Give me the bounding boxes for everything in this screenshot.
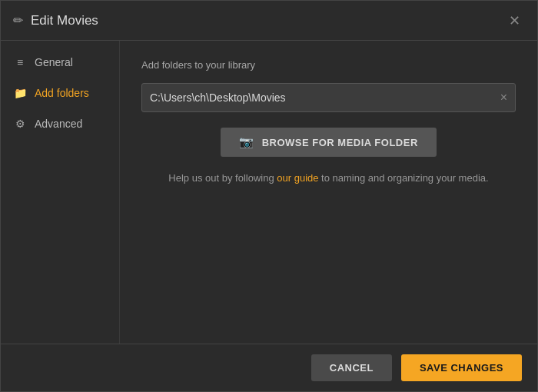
folder-input-row: ×	[141, 83, 516, 112]
browse-media-folder-button[interactable]: 📷 BROWSE FOR MEDIA FOLDER	[221, 128, 437, 157]
sidebar-item-add-folders[interactable]: 📁 Add folders	[1, 78, 119, 108]
sidebar: ≡ General 📁 Add folders ⚙ Advanced	[1, 41, 120, 344]
titlebar-left: ✏ Edit Movies	[13, 13, 98, 28]
close-button[interactable]: ✕	[504, 12, 525, 29]
dialog-title: Edit Movies	[31, 13, 98, 28]
help-text-after: to naming and organizing your media.	[319, 172, 489, 184]
our-guide-link[interactable]: our guide	[277, 172, 318, 184]
folder-path-input[interactable]	[150, 91, 500, 104]
save-changes-button[interactable]: SAVE CHANGES	[401, 354, 522, 381]
sidebar-item-general[interactable]: ≡ General	[1, 47, 119, 78]
cancel-button[interactable]: CANCEL	[311, 354, 392, 381]
help-text: Help us out by following our guide to na…	[141, 172, 516, 184]
help-text-before: Help us out by following	[168, 172, 277, 184]
dialog-footer: CANCEL SAVE CHANGES	[1, 344, 537, 391]
titlebar: ✏ Edit Movies ✕	[1, 1, 537, 41]
folder-icon: 📁	[13, 87, 27, 99]
sidebar-advanced-label: Advanced	[35, 118, 82, 130]
gear-icon: ⚙	[13, 118, 27, 130]
section-label: Add folders to your library	[141, 59, 516, 71]
main-content: Add folders to your library × 📷 BROWSE F…	[120, 41, 537, 344]
camera-icon: 📷	[239, 135, 254, 149]
edit-icon: ✏	[13, 13, 23, 28]
dialog-body: ≡ General 📁 Add folders ⚙ Advanced Add f…	[1, 41, 537, 344]
clear-folder-button[interactable]: ×	[500, 91, 507, 104]
menu-icon: ≡	[13, 56, 27, 68]
sidebar-general-label: General	[35, 56, 73, 68]
sidebar-addfolders-label: Add folders	[35, 87, 89, 99]
sidebar-item-advanced[interactable]: ⚙ Advanced	[1, 108, 119, 139]
edit-movies-dialog: ✏ Edit Movies ✕ ≡ General 📁 Add folders …	[0, 0, 538, 392]
browse-button-label: BROWSE FOR MEDIA FOLDER	[262, 137, 418, 148]
